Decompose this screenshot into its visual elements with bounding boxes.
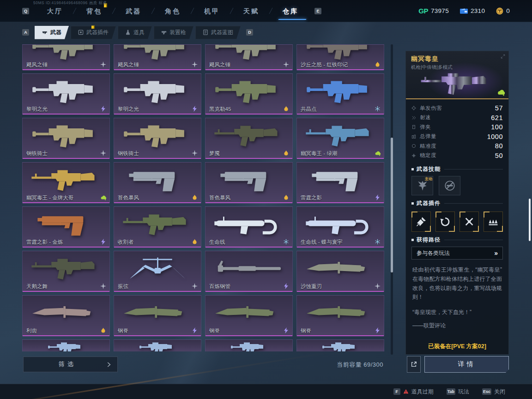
tab-talent[interactable]: 天赋	[232, 0, 271, 22]
weapon-card[interactable]: 百炼钢管	[205, 251, 293, 292]
weapon-card[interactable]: 黑克勒45	[205, 73, 293, 115]
subtab-device-gun[interactable]: 装置枪	[154, 26, 193, 39]
weapon-card[interactable]: 钢脊	[205, 295, 293, 336]
stat-value: 1000	[487, 133, 503, 140]
subtab-items[interactable]: 道具	[118, 26, 152, 39]
weapon-card[interactable]: 振弦	[114, 251, 201, 292]
weapon-image	[209, 296, 289, 328]
expand-icon[interactable]	[501, 54, 505, 59]
weapon-card[interactable]: 飓风之锤	[22, 44, 110, 70]
weapon-image	[209, 163, 289, 195]
mod-slot[interactable]	[459, 212, 479, 232]
tab-mech[interactable]: 机甲	[193, 0, 231, 22]
weapon-card[interactable]: 收割者	[114, 206, 201, 248]
stat-value: 80	[495, 142, 503, 150]
weapon-card[interactable]: 飓风之锤	[114, 44, 201, 70]
subtab-weapon-mods[interactable]: 武器插件	[71, 26, 116, 39]
weapon-card[interactable]: 幽冥毒王 - 绿潮	[296, 118, 384, 159]
share-button[interactable]	[407, 356, 421, 373]
tab-label: 角色	[165, 7, 181, 15]
key-badge: Esc	[482, 388, 491, 395]
weapon-title: 幽冥毒皇	[411, 55, 439, 63]
weapon-card[interactable]: 钢脊	[296, 295, 384, 336]
page-scrollbar[interactable]	[529, 199, 531, 241]
tab-label: 背包	[86, 7, 102, 15]
tab-weapon[interactable]: 武器	[114, 0, 153, 22]
tab-label: 大厅	[47, 7, 63, 15]
tab-character[interactable]: 角色	[153, 0, 192, 22]
weapon-image	[301, 75, 380, 107]
key-hint-e: E	[314, 8, 321, 14]
subtab-weapons[interactable]: 武器	[35, 26, 69, 39]
acquire-path-button[interactable]: 参与各类玩法 »	[411, 247, 503, 260]
currency-coin[interactable]: 0	[496, 7, 510, 15]
weapon-card[interactable]: 沙蚀重刃	[296, 251, 384, 292]
weapon-card[interactable]	[22, 339, 110, 351]
weapon-card[interactable]	[296, 339, 384, 351]
weapon-card[interactable]: 沙丘之怒 - 红铁印记	[296, 44, 384, 70]
weapon-image	[209, 342, 289, 351]
weapon-image	[209, 252, 289, 284]
stat-row: 总弹量1000	[411, 132, 503, 142]
scrollbar-thumb[interactable]	[391, 138, 393, 272]
weapon-card[interactable]: 黎明之光	[114, 73, 201, 115]
mod-icon	[78, 30, 84, 35]
mod-slot[interactable]	[484, 212, 503, 232]
warehouse-screen: 50MS ID:419846496468096 画质 标准 Q 大厅背包武器角色…	[0, 0, 532, 399]
weapon-card[interactable]: 雷霆之影 - 金炼	[22, 206, 110, 248]
physical-icon	[375, 283, 381, 289]
filter-label: 筛选	[24, 360, 107, 369]
gp-icon: GP	[418, 7, 428, 15]
physical-icon	[100, 150, 106, 156]
subtab-weapon-blueprints[interactable]: 武器蓝图	[195, 26, 241, 39]
weapon-card[interactable]: 钢脊	[114, 295, 201, 336]
physical-icon	[283, 61, 289, 67]
skill-slot[interactable]: 主动	[411, 176, 433, 195]
weapon-card[interactable]: 生命线	[205, 206, 293, 248]
hint-f[interactable]: F道具过期	[393, 388, 434, 396]
weapon-name: 天鹅之舞	[26, 283, 48, 290]
mod-slot[interactable]	[411, 212, 431, 232]
stat-row: 单发伤害57	[411, 103, 503, 113]
stat-label: 单发伤害	[420, 105, 495, 112]
mod-slot[interactable]	[435, 212, 455, 232]
sub-nav: A 武器武器插件道具装置枪武器蓝图 D	[0, 24, 532, 41]
weapon-card[interactable]	[205, 339, 293, 351]
tab-label: 仓库	[283, 7, 298, 15]
weapon-card[interactable]: 钢铁骑士	[114, 118, 201, 159]
weapon-card[interactable]: 飓风之锤	[205, 44, 293, 70]
stat-label: 射速	[420, 114, 491, 121]
weapon-card[interactable]	[114, 339, 201, 351]
skill-slot[interactable]	[439, 176, 460, 195]
filter-button[interactable]: 筛选	[23, 357, 118, 372]
acquire-path-label: 参与各类玩法	[417, 249, 450, 257]
weapon-image	[118, 75, 197, 107]
weapon-card[interactable]: 梦魇	[205, 118, 293, 159]
tab-warehouse[interactable]: 仓库	[271, 0, 310, 22]
grid-scrollbar[interactable]	[391, 44, 393, 355]
fire-icon	[100, 327, 106, 333]
stat-label: 总弹量	[420, 133, 487, 140]
weapon-name: 雷霆之影 - 金炼	[26, 239, 63, 246]
details-button[interactable]: 详情	[424, 356, 509, 373]
weapon-card[interactable]: 苔色暴风	[205, 162, 293, 203]
weapon-card[interactable]: 黎明之光	[22, 73, 110, 115]
weapon-card[interactable]: 生命线 - 蝶与寰宇	[296, 206, 384, 248]
weapon-card[interactable]: 幽冥毒王 - 金牌大哥	[22, 162, 110, 203]
weapon-name: 黑克勒45	[209, 106, 231, 113]
weapon-name: 飓风之锤	[118, 61, 139, 68]
currency-gp[interactable]: GP73975	[418, 7, 449, 15]
weapon-card[interactable]: 雷霆之影	[296, 162, 384, 203]
currency-ticket[interactable]: 2310	[460, 7, 485, 14]
key-hint-q: Q	[22, 8, 29, 14]
hint-tab[interactable]: Tab玩法	[447, 388, 469, 396]
weapon-name: 钢脊	[118, 327, 128, 334]
weapon-card[interactable]: 钢铁骑士	[22, 118, 110, 159]
hint-esc[interactable]: Esc关闭	[482, 388, 505, 396]
weapon-card[interactable]: 天鹅之舞	[22, 251, 110, 292]
weapon-card[interactable]: 利齿	[22, 295, 110, 336]
stat-label: 精准度	[420, 143, 495, 150]
weapon-card[interactable]: 苔色暴风	[114, 162, 201, 203]
stat-stability-icon	[411, 153, 416, 158]
weapon-card[interactable]: 共晶点	[296, 73, 384, 115]
